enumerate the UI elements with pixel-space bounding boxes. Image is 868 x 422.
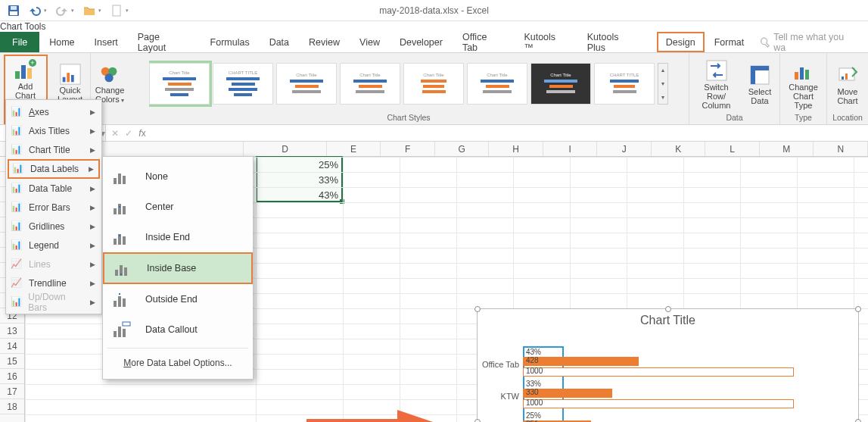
submenu-inside-end[interactable]: Inside End [103, 222, 253, 252]
chart-bar-target[interactable] [523, 367, 794, 377]
col-N[interactable]: N [814, 142, 868, 156]
new-icon[interactable] [110, 5, 123, 17]
row-16[interactable]: 16 [0, 369, 24, 384]
tab-review[interactable]: Review [299, 32, 350, 52]
chart-style-4[interactable]: Chart Title [340, 63, 400, 105]
svg-rect-24 [842, 77, 844, 80]
open-dropdown[interactable]: ▾ [98, 8, 101, 14]
select-data-button[interactable]: Select Data [745, 61, 775, 107]
enter-formula-icon[interactable]: ✓ [125, 128, 132, 139]
chart-style-8[interactable]: CHART TITLE [594, 63, 655, 105]
submenu-more-options[interactable]: More Data Label Options... [103, 352, 253, 374]
tab-home[interactable]: Home [39, 32, 84, 52]
submenu-data-callout[interactable]: Data Callout [103, 314, 253, 345]
chart-resize-handle[interactable] [855, 306, 861, 312]
redo-dropdown[interactable]: ▾ [71, 8, 74, 14]
chart-resize-handle[interactable] [474, 419, 481, 422]
chart-data-label[interactable]: 1000 [526, 399, 543, 407]
chart-style-3[interactable]: Chart Title [276, 63, 337, 105]
col-H[interactable]: H [489, 142, 543, 156]
chart-style-5[interactable]: Chart Title [403, 63, 464, 105]
tab-kutools[interactable]: Kutools ™ [514, 32, 577, 52]
menu-legend[interactable]: 📊Legend▶ [8, 236, 100, 255]
col-L[interactable]: L [705, 142, 760, 156]
col-M[interactable]: M [760, 142, 814, 156]
chart-data-label[interactable]: 1000 [526, 367, 543, 375]
chart-style-1[interactable]: Chart Title [149, 63, 210, 105]
qat-customize[interactable]: ▾ [126, 8, 129, 14]
menu-data-labels[interactable]: 📊Data Labels▶ [8, 159, 100, 179]
row-13[interactable]: 13 [0, 324, 24, 339]
chart-bar-current[interactable] [523, 357, 639, 366]
tab-developer[interactable]: Developer [390, 32, 453, 52]
menu-error-bars[interactable]: 📊Error Bars▶ [8, 198, 100, 217]
cell-D3[interactable]: 33% [256, 172, 343, 187]
chart-data-label[interactable]: 428 [526, 356, 539, 364]
move-chart-button[interactable]: Move Chart [832, 61, 863, 107]
svg-rect-36 [119, 235, 120, 236]
tab-office-tab[interactable]: Office Tab [453, 32, 514, 52]
menu-data-table[interactable]: 📊Data Table▶ [8, 179, 100, 198]
fx-icon[interactable]: fx [138, 128, 145, 139]
chart-style-2[interactable]: CHART TITLE [213, 63, 273, 105]
menu-trendline[interactable]: 📈Trendline▶ [8, 274, 100, 292]
chart-resize-handle[interactable] [855, 419, 861, 422]
cell-D2[interactable]: 25% [256, 157, 343, 172]
tab-design[interactable]: Design [657, 32, 705, 52]
menu-chart-title[interactable]: 📊Chart Title▶ [8, 140, 100, 159]
col-E[interactable]: E [327, 142, 381, 156]
menu-gridlines[interactable]: 📊Gridlines▶ [8, 217, 100, 236]
open-icon[interactable] [83, 5, 95, 17]
tab-kutools-plus[interactable]: Kutools Plus [577, 32, 649, 52]
menu-axis-titles[interactable]: 📊Axis Titles▶ [8, 121, 100, 140]
svg-rect-6 [27, 68, 32, 79]
tab-formulas[interactable]: Formulas [201, 32, 260, 52]
submenu-center[interactable]: Center [103, 192, 253, 222]
submenu-inside-base[interactable]: Inside Base [103, 252, 253, 284]
tab-file[interactable]: File [0, 32, 39, 52]
chart-data-label[interactable]: 43% [526, 348, 541, 356]
change-chart-type-button[interactable]: Change Chart Type [785, 57, 822, 111]
undo-icon[interactable] [29, 5, 41, 17]
cancel-formula-icon[interactable]: ✕ [111, 128, 119, 139]
chart-style-7[interactable]: Chart Title [530, 63, 591, 105]
row-18[interactable]: 18 [0, 399, 24, 414]
chart-data-label[interactable]: 330 [526, 388, 539, 396]
menu-updown-bars: 📊Up/Down Bars▶ [8, 292, 100, 311]
col-F[interactable]: F [381, 142, 435, 156]
tab-view[interactable]: View [350, 32, 390, 52]
tab-insert[interactable]: Insert [85, 32, 128, 52]
tell-me[interactable]: Tell me what you wa [754, 32, 868, 52]
chart-resize-handle[interactable] [665, 306, 671, 312]
svg-rect-32 [119, 206, 120, 208]
chart-bar-target[interactable] [523, 399, 794, 408]
row-15[interactable]: 15 [0, 354, 24, 369]
svg-rect-1 [10, 11, 17, 15]
col-J[interactable]: J [597, 142, 652, 156]
row-14[interactable]: 14 [0, 339, 24, 354]
col-K[interactable]: K [652, 142, 706, 156]
row-17[interactable]: 17 [0, 384, 24, 399]
tab-data[interactable]: Data [260, 32, 299, 52]
chart-styles-expand[interactable]: ▴▾▾ [658, 63, 668, 105]
chart-plot-area[interactable]: Office Tab43%4281000KTW33%3301000KTE25%2… [523, 351, 848, 422]
submenu-outside-end[interactable]: Outside End [103, 284, 253, 314]
col-I[interactable]: I [543, 142, 598, 156]
svg-rect-29 [114, 208, 117, 214]
chart-data-label[interactable]: 25% [526, 411, 541, 420]
submenu-none[interactable]: None [103, 161, 253, 192]
chart-resize-handle[interactable] [474, 306, 481, 312]
redo-icon[interactable] [56, 5, 68, 17]
cell-D4[interactable]: 43% [256, 187, 343, 202]
menu-axes[interactable]: 📊Axes▶ [8, 102, 100, 121]
chart-data-label[interactable]: 33% [526, 380, 541, 388]
embedded-chart[interactable]: Chart Title Office Tab43%4281000KTW33%33… [477, 308, 859, 422]
save-icon[interactable] [8, 5, 20, 17]
switch-row-column-button[interactable]: Switch Row/ Column [694, 57, 739, 111]
chart-style-6[interactable]: Chart Title [467, 63, 527, 105]
tab-format[interactable]: Format [705, 32, 754, 52]
col-D[interactable]: D [244, 142, 327, 156]
col-G[interactable]: G [435, 142, 490, 156]
tab-page-layout[interactable]: Page Layout [128, 32, 201, 52]
undo-dropdown[interactable]: ▾ [44, 8, 47, 14]
